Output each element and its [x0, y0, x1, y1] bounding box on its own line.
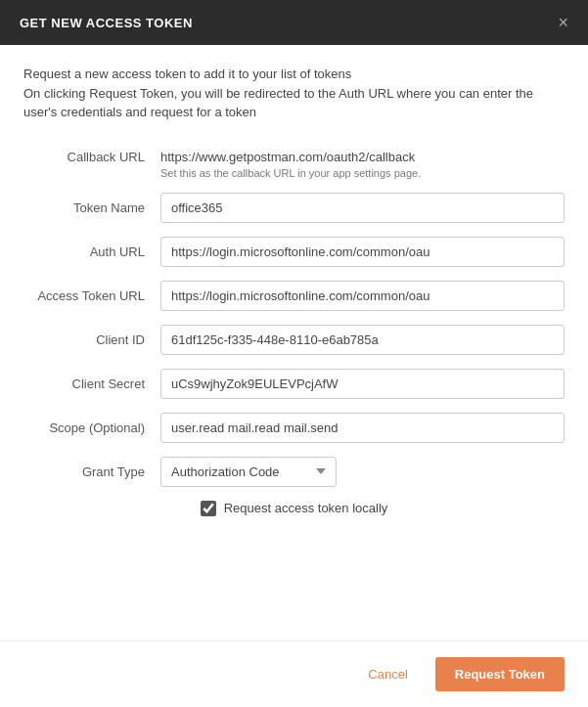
scope-label: Scope (Optional) — [23, 413, 160, 435]
auth-url-group: Auth URL — [23, 237, 565, 267]
grant-type-select[interactable]: Authorization Code Implicit Password Cre… — [160, 457, 337, 487]
modal-footer: Cancel Request Token — [0, 641, 588, 707]
client-secret-content — [160, 369, 565, 399]
access-token-url-label: Access Token URL — [23, 281, 160, 303]
grant-type-group: Grant Type Authorization Code Implicit P… — [23, 457, 565, 487]
description-line1: Request a new access token to add it to … — [23, 65, 565, 84]
client-id-group: Client ID — [23, 325, 565, 355]
checkbox-group: Request access token locally — [23, 501, 565, 516]
local-token-checkbox[interactable] — [201, 501, 216, 516]
access-token-url-group: Access Token URL — [23, 281, 565, 311]
auth-url-content — [160, 237, 565, 267]
token-name-group: Token Name — [23, 193, 565, 223]
callback-url-label: Callback URL — [23, 142, 160, 164]
callback-url-hint: Set this as the callback URL in your app… — [160, 167, 565, 179]
auth-url-label: Auth URL — [23, 237, 160, 259]
scope-content — [160, 413, 565, 443]
client-secret-label: Client Secret — [23, 369, 160, 391]
modal-container: GET NEW ACCESS TOKEN × Request a new acc… — [0, 0, 588, 707]
client-id-label: Client ID — [23, 325, 160, 347]
auth-url-input[interactable] — [160, 237, 565, 267]
close-button[interactable]: × — [558, 14, 568, 31]
client-id-content — [160, 325, 565, 355]
client-secret-group: Client Secret — [23, 369, 565, 399]
checkbox-label[interactable]: Request access token locally — [224, 501, 388, 515]
grant-type-label: Grant Type — [23, 457, 160, 479]
access-token-url-input[interactable] — [160, 281, 565, 311]
scope-group: Scope (Optional) — [23, 413, 565, 443]
callback-url-group: Callback URL https://www.getpostman.com/… — [23, 142, 565, 179]
description-line2: On clicking Request Token, you will be r… — [23, 84, 565, 122]
scope-input[interactable] — [160, 413, 565, 443]
callback-url-content: https://www.getpostman.com/oauth2/callba… — [160, 142, 565, 179]
client-id-input[interactable] — [160, 325, 565, 355]
modal-header: GET NEW ACCESS TOKEN × — [0, 0, 588, 45]
modal-title: GET NEW ACCESS TOKEN — [20, 16, 193, 30]
cancel-button[interactable]: Cancel — [352, 659, 423, 689]
token-name-content — [160, 193, 565, 223]
token-name-input[interactable] — [160, 193, 565, 223]
request-token-button[interactable]: Request Token — [435, 657, 565, 691]
access-token-url-content — [160, 281, 565, 311]
description-block: Request a new access token to add it to … — [23, 65, 565, 122]
callback-url-value: https://www.getpostman.com/oauth2/callba… — [160, 142, 565, 164]
grant-type-content: Authorization Code Implicit Password Cre… — [160, 457, 565, 487]
modal-body: Request a new access token to add it to … — [0, 45, 588, 641]
token-name-label: Token Name — [23, 193, 160, 215]
client-secret-input[interactable] — [160, 369, 565, 399]
